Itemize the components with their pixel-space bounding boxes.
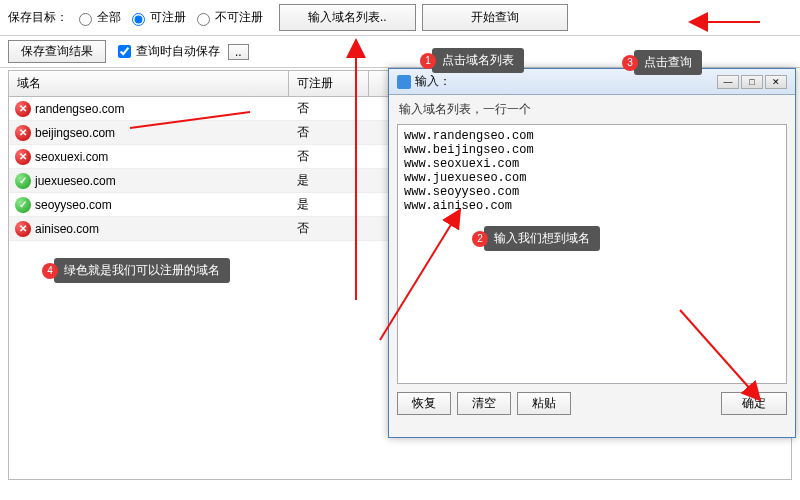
cross-icon: ✕ [15, 125, 31, 141]
cross-icon: ✕ [15, 149, 31, 165]
input-dialog: 输入： — □ ✕ 输入域名列表，一行一个 www.randengseo.com… [388, 68, 796, 438]
reg-cell: 否 [289, 148, 369, 165]
input-domain-list-button[interactable]: 输入域名列表.. [279, 4, 416, 31]
maximize-button[interactable]: □ [741, 75, 763, 89]
cross-icon: ✕ [15, 221, 31, 237]
restore-button[interactable]: 恢复 [397, 392, 451, 415]
check-icon: ✓ [15, 173, 31, 189]
domain-cell: seoyyseo.com [35, 198, 112, 212]
callout-num-3: 3 [622, 55, 638, 71]
radio-all[interactable]: 全部 [74, 9, 121, 26]
save-target-label: 保存目标： [8, 9, 68, 26]
reg-cell: 是 [289, 196, 369, 213]
col-domain[interactable]: 域名 [9, 71, 289, 96]
domain-textarea[interactable]: www.randengseo.com www.beijingseo.com ww… [397, 124, 787, 384]
radio-registerable[interactable]: 可注册 [127, 9, 186, 26]
dialog-hint: 输入域名列表，一行一个 [389, 95, 795, 124]
top-toolbar: 保存目标： 全部 可注册 不可注册 输入域名列表.. 开始查询 [0, 0, 800, 36]
domain-cell: juexueseo.com [35, 174, 116, 188]
autosave-path-button[interactable]: .. [228, 44, 249, 60]
paste-button[interactable]: 粘贴 [517, 392, 571, 415]
domain-cell: beijingseo.com [35, 126, 115, 140]
minimize-button[interactable]: — [717, 75, 739, 89]
dialog-actions: 恢复 清空 粘贴 确定 [389, 384, 795, 423]
callout-4: 4 绿色就是我们可以注册的域名 [54, 258, 230, 283]
domain-cell: ainiseo.com [35, 222, 99, 236]
save-results-button[interactable]: 保存查询结果 [8, 40, 106, 63]
reg-cell: 否 [289, 220, 369, 237]
dialog-title-text: 输入： [415, 73, 451, 90]
reg-cell: 否 [289, 100, 369, 117]
callout-num-2: 2 [472, 231, 488, 247]
window-buttons: — □ ✕ [717, 75, 787, 89]
start-query-button[interactable]: 开始查询 [422, 4, 568, 31]
save-target-radios: 全部 可注册 不可注册 [74, 9, 263, 26]
col-registerable[interactable]: 可注册 [289, 71, 369, 96]
ok-button[interactable]: 确定 [721, 392, 787, 415]
check-icon: ✓ [15, 197, 31, 213]
autosave-checkbox[interactable]: 查询时自动保存 [114, 42, 220, 61]
domain-cell: randengseo.com [35, 102, 124, 116]
callout-num-1: 1 [420, 53, 436, 69]
app-icon [397, 75, 411, 89]
callout-3: 3 点击查询 [634, 50, 702, 75]
callout-1: 1 点击域名列表 [432, 48, 524, 73]
callout-2: 2 输入我们想到域名 [484, 226, 600, 251]
cross-icon: ✕ [15, 101, 31, 117]
reg-cell: 否 [289, 124, 369, 141]
domain-cell: seoxuexi.com [35, 150, 108, 164]
close-button[interactable]: ✕ [765, 75, 787, 89]
reg-cell: 是 [289, 172, 369, 189]
radio-not-registerable[interactable]: 不可注册 [192, 9, 263, 26]
clear-button[interactable]: 清空 [457, 392, 511, 415]
callout-num-4: 4 [42, 263, 58, 279]
